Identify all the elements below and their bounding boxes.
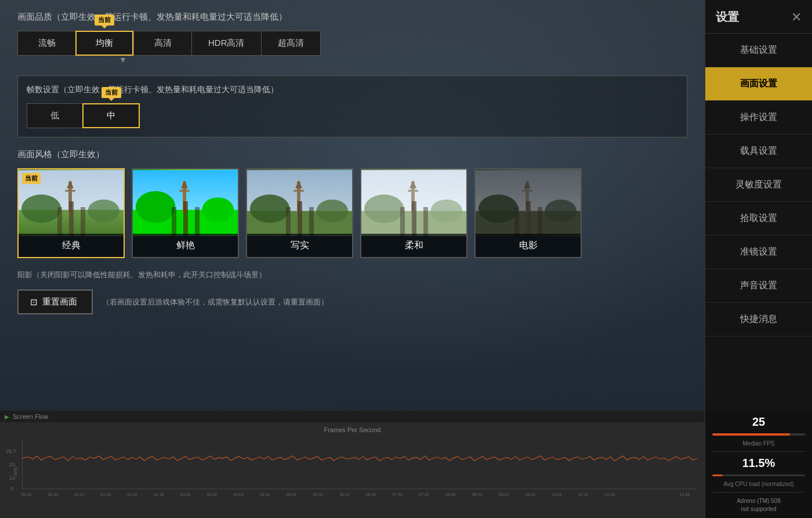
style-card-vivid[interactable]: 鲜艳 (132, 168, 239, 258)
reset-section: ⊡ 重置画面 （若画面设置后游戏体验不佳，或需恢复默认认设置，请重置画面） (17, 289, 687, 314)
fps-btn-low[interactable]: 低 (27, 103, 82, 128)
quality-title: 画面品质（立即生效，若运行卡顿、发热量和耗电量过大可适当降低） (17, 12, 687, 23)
stat-divider-1 (712, 451, 805, 452)
svg-text:02:02: 02:02 (127, 492, 137, 497)
style-card-img-realistic (247, 169, 352, 236)
svg-text:09:32: 09:32 (525, 492, 535, 497)
close-button[interactable]: ✕ (791, 11, 802, 24)
screen-flow-header: ▶ Screen Flow (0, 411, 705, 423)
svg-point-17 (316, 200, 348, 222)
gpu-label: Adreno (TM) 509 (737, 498, 781, 504)
sidebar-header: 设置 ✕ (705, 0, 812, 34)
svg-text:00:32: 00:32 (48, 492, 58, 497)
fps-current-badge: 当前 (102, 87, 121, 98)
quality-btn-hd[interactable]: 高清 (133, 31, 191, 56)
quality-current-badge: 当前 (95, 15, 114, 26)
style-label-cinema: 电影 (476, 234, 581, 257)
quality-btn-ultrahd[interactable]: 超高清 (261, 31, 321, 56)
quality-btn-hdr[interactable]: HDR高清 (191, 31, 261, 56)
style-cards: 当前 (17, 168, 687, 258)
quality-section: 画面品质（立即生效，若运行卡顿、发热量和耗电量过大可适当降低） 流畅 当前 均衡… (17, 12, 687, 64)
quality-buttons: 流畅 当前 均衡 高清 HDR高清 超高清 (17, 31, 687, 56)
svg-text:08:02: 08:02 (445, 492, 456, 497)
fps-title: 帧数设置（立即生效；若运行卡顿、发热量和耗电量过大可适当降低） (27, 85, 678, 95)
svg-text:07:02: 07:02 (393, 492, 403, 497)
style-label-vivid: 鲜艳 (133, 234, 238, 257)
style-label-classic: 经典 (19, 234, 124, 257)
svg-text:01:32: 01:32 (101, 492, 111, 497)
svg-text:07:32: 07:32 (419, 492, 429, 497)
quality-arrow: ▼ (17, 56, 687, 64)
svg-text:29.7: 29.7 (6, 449, 16, 454)
svg-text:03:32: 03:32 (207, 492, 217, 497)
stat-divider-2 (712, 492, 805, 492)
style-card-classic[interactable]: 当前 (17, 168, 125, 258)
style-card-img-vivid (133, 169, 238, 236)
fps-bar-container (712, 433, 805, 436)
svg-point-23 (364, 194, 404, 223)
sidebar-nav: 基础设置 画面设置 操作设置 载具设置 灵敏度设置 拾取设置 准镜设置 声音设置… (705, 34, 812, 411)
quality-btn-balanced[interactable]: 均衡 (75, 31, 133, 56)
svg-text:05:32: 05:32 (313, 492, 323, 497)
svg-text:FPS: FPS (13, 467, 19, 475)
svg-point-3 (88, 200, 119, 222)
style-card-img-soft (361, 169, 466, 236)
sidebar-item-audio[interactable]: 声音设置 (705, 269, 812, 303)
sidebar-title: 设置 (716, 9, 739, 25)
sidebar-item-display[interactable]: 画面设置 (705, 67, 812, 101)
sidebar-item-basic[interactable]: 基础设置 (705, 34, 812, 67)
svg-text:10:32: 10:32 (578, 492, 589, 497)
sidebar: 设置 ✕ 基础设置 画面设置 操作设置 载具设置 灵敏度设置 拾取设置 准镜设置… (705, 0, 812, 411)
fps-buttons: 低 当前 中 (27, 103, 189, 128)
svg-point-16 (250, 194, 289, 223)
sidebar-item-controls[interactable]: 操作设置 (705, 101, 812, 135)
svg-point-10 (202, 197, 234, 222)
play-icon: ▶ (5, 414, 9, 420)
svg-rect-33 (522, 190, 532, 191)
style-card-realistic[interactable]: 写实 (246, 168, 353, 258)
style-section: 画面风格（立即生效） 当前 (17, 149, 687, 258)
svg-text:09:02: 09:02 (498, 492, 509, 497)
style-card-soft[interactable]: 柔和 (360, 168, 467, 258)
svg-text:10: 10 (9, 476, 15, 481)
chart-area: Frames Per Second 29.7 20 10 0 FPS (0, 423, 705, 505)
reset-label: 重置画面 (42, 296, 77, 307)
svg-text:04:02: 04:02 (233, 492, 244, 497)
stats-panel: 25 Median FPS 11.5% Avg CPU load (normal… (705, 411, 812, 518)
quality-btn-smooth[interactable]: 流畅 (17, 31, 75, 56)
svg-point-31 (545, 200, 577, 222)
style-card-img-cinema (476, 169, 581, 236)
fps-value: 25 (712, 415, 805, 429)
fps-section: 帧数设置（立即生效；若运行卡顿、发热量和耗电量过大可适当降低） 低 当前 中 (17, 75, 687, 137)
sidebar-item-scope[interactable]: 准镜设置 (705, 236, 812, 269)
content-area: 画面品质（立即生效，若运行卡顿、发热量和耗电量过大可适当降低） 流畅 当前 均衡… (0, 0, 705, 411)
svg-text:08:32: 08:32 (472, 492, 483, 497)
cpu-bar (712, 474, 723, 477)
bottom-container: ▶ Screen Flow Frames Per Second 29.7 20 … (0, 411, 812, 518)
reset-icon: ⊡ (30, 297, 38, 307)
svg-text:02:32: 02:32 (154, 492, 164, 497)
svg-rect-12 (179, 190, 190, 191)
sidebar-item-sensitivity[interactable]: 灵敏度设置 (705, 168, 812, 202)
sidebar-item-quickmsg[interactable]: 快捷消息 (705, 303, 812, 336)
svg-point-9 (136, 191, 175, 223)
gpu-info: Adreno (TM) 509 not supported (712, 497, 805, 513)
svg-text:01:02: 01:02 (74, 492, 85, 497)
sidebar-item-pickup[interactable]: 拾取设置 (705, 202, 812, 236)
fps-label: Median FPS (712, 440, 805, 447)
gpu-status: not supported (741, 506, 776, 512)
style-title: 画面风格（立即生效） (17, 149, 687, 160)
shadow-note: 阳影（关闭阳影可以降低性能损耗、发热和耗申，此开关口控制战斗场景） (17, 270, 687, 280)
screen-flow-panel: ▶ Screen Flow Frames Per Second 29.7 20 … (0, 411, 705, 518)
cpu-bar-container (712, 474, 805, 477)
sidebar-item-vehicle[interactable]: 载具设置 (705, 135, 812, 168)
svg-text:06:32: 06:32 (366, 492, 376, 497)
reset-button[interactable]: ⊡ 重置画面 (17, 289, 93, 314)
screen-flow-label: Screen Flow (13, 413, 48, 420)
svg-text:11:02: 11:02 (604, 492, 615, 497)
style-card-cinema[interactable]: 电影 (474, 168, 582, 258)
svg-point-24 (430, 200, 462, 222)
svg-text:06:02: 06:02 (339, 492, 350, 497)
svg-text:20: 20 (9, 462, 15, 468)
fps-btn-mid[interactable]: 中 (82, 103, 140, 128)
